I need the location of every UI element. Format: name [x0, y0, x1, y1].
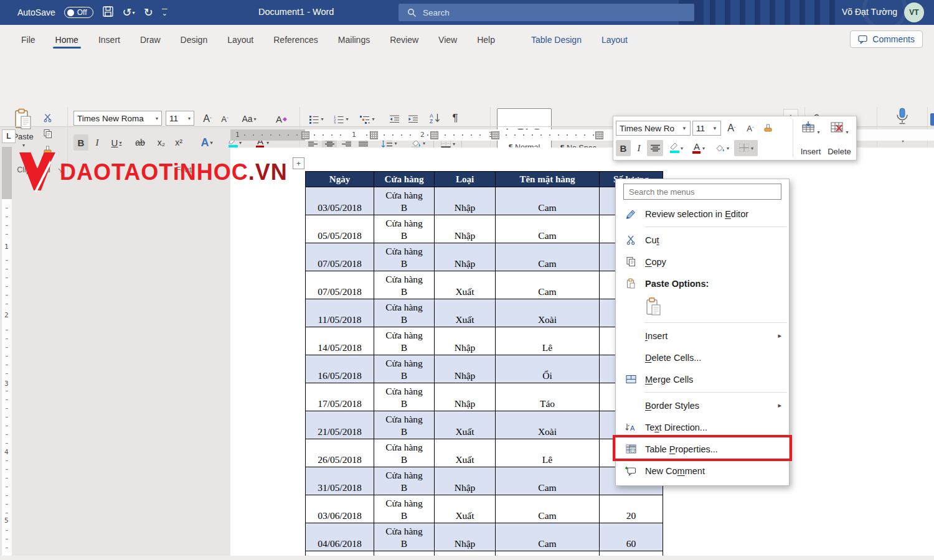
table-cell[interactable]: 14/05/2018: [306, 327, 374, 355]
column-header[interactable]: Cửa hàng: [374, 172, 435, 187]
table-cell[interactable]: 05/05/2018: [306, 215, 374, 243]
table-cell[interactable]: Nhập: [435, 467, 496, 495]
table-cell[interactable]: Nhập: [435, 355, 496, 383]
table-cell[interactable]: Xuất: [435, 411, 496, 439]
mini-bold-button[interactable]: B: [616, 140, 631, 156]
ruler-column-marker[interactable]: [301, 131, 309, 139]
table-cell[interactable]: 26/05/2018: [306, 439, 374, 467]
tab-review[interactable]: Review: [380, 29, 428, 51]
table-cell[interactable]: 20: [600, 495, 663, 523]
table-cell[interactable]: 03/06/2018: [306, 495, 374, 523]
tab-design[interactable]: Design: [171, 29, 218, 51]
table-cell[interactable]: 60: [600, 523, 663, 551]
undo-button[interactable]: ↺▾: [123, 7, 135, 18]
increase-indent-button[interactable]: [405, 112, 421, 126]
table-cell[interactable]: Cửa hàng B: [374, 411, 435, 439]
menu-item-review-selection[interactable]: Review selection in Editor: [616, 203, 789, 225]
table-cell[interactable]: Cam: [496, 215, 600, 243]
table-cell[interactable]: Lê: [496, 439, 600, 467]
column-header[interactable]: Ngày: [306, 172, 374, 187]
table-cell[interactable]: Cửa hàng B: [374, 327, 435, 355]
mini-grow-font-button[interactable]: Aˆ: [723, 120, 740, 136]
ruler-column-marker[interactable]: [595, 131, 603, 139]
tab-layout[interactable]: Layout: [217, 29, 263, 51]
table-cell[interactable]: 31/05/2018: [306, 467, 374, 495]
multilevel-list-button[interactable]: ▾: [355, 112, 380, 126]
mini-insert-button[interactable]: ▾ Insert: [796, 119, 825, 157]
mini-font-color-button[interactable]: A ▾: [688, 140, 709, 156]
tab-home[interactable]: Home: [45, 29, 88, 51]
menu-search-input[interactable]: [623, 184, 781, 200]
numbering-button[interactable]: 123 ▾: [330, 112, 352, 126]
mini-align-center-button[interactable]: [647, 140, 663, 156]
redo-button[interactable]: ↻: [144, 7, 153, 18]
table-cell[interactable]: 03/05/2018: [306, 187, 374, 215]
menu-item-insert[interactable]: Insert ▸: [616, 325, 789, 347]
table-cell[interactable]: Cửa hàng B: [374, 355, 435, 383]
table-cell[interactable]: 21/05/2018: [306, 411, 374, 439]
tab-draw[interactable]: Draw: [130, 29, 171, 51]
user-name[interactable]: Võ Đạt Tường: [842, 7, 897, 17]
table-cell[interactable]: 07/05/2018: [306, 271, 374, 299]
sort-button[interactable]: AZ: [426, 111, 443, 126]
cut-button[interactable]: [40, 111, 56, 124]
font-size-combo[interactable]: 11▾: [166, 111, 194, 126]
table-cell[interactable]: Cam: [496, 523, 600, 551]
table-move-handle[interactable]: +: [293, 157, 304, 169]
menu-item-merge-cells[interactable]: Merge Cells: [616, 368, 789, 390]
document-page[interactable]: NgàyCửa hàngLoạiTên mặt hàngSố lượng 03/…: [230, 147, 934, 560]
ruler-column-marker[interactable]: [491, 131, 499, 139]
shrink-font-button[interactable]: Aˇ: [217, 112, 233, 126]
table-cell[interactable]: 11/05/2018: [306, 299, 374, 327]
table-cell[interactable]: Cam: [496, 495, 600, 523]
table-cell[interactable]: Cửa hàng B: [374, 467, 435, 495]
mini-shrink-font-button[interactable]: Aˇ: [742, 120, 758, 136]
column-header[interactable]: Loại: [435, 172, 496, 187]
ruler-column-marker[interactable]: [370, 131, 378, 139]
search-bar[interactable]: [399, 4, 694, 21]
table-cell[interactable]: Táo: [496, 383, 600, 411]
mini-font-name-combo[interactable]: Times New Ro▼: [616, 121, 691, 136]
mini-borders-button[interactable]: ▾: [734, 140, 758, 156]
tab-file[interactable]: File: [11, 29, 45, 51]
grow-font-button[interactable]: Aˆ: [199, 112, 215, 126]
search-input[interactable]: [422, 7, 611, 18]
table-cell[interactable]: Cửa hàng B: [374, 271, 435, 299]
table-cell[interactable]: Xuất: [435, 271, 496, 299]
mini-highlight-button[interactable]: ▾: [665, 140, 686, 156]
table-cell[interactable]: 04/06/2018: [306, 523, 374, 551]
tab-insert[interactable]: Insert: [88, 29, 130, 51]
font-name-combo[interactable]: Times New Roma▾: [73, 111, 162, 126]
comments-button[interactable]: Comments: [850, 30, 923, 48]
mini-format-painter-button[interactable]: [760, 120, 776, 136]
autosave-toggle[interactable]: Off: [64, 7, 93, 18]
table-cell[interactable]: Cửa hàng B: [374, 383, 435, 411]
table-cell[interactable]: Cửa hàng B: [374, 243, 435, 271]
data-table[interactable]: NgàyCửa hàngLoạiTên mặt hàngSố lượng 03/…: [305, 171, 663, 560]
menu-item-cut[interactable]: Cut: [616, 229, 789, 251]
table-cell[interactable]: Nhập: [435, 215, 496, 243]
save-button[interactable]: [102, 6, 114, 19]
table-cell[interactable]: Cửa hàng B: [374, 299, 435, 327]
table-cell[interactable]: Cửa hàng B: [374, 495, 435, 523]
menu-item-copy[interactable]: Copy: [616, 251, 789, 273]
table-cell[interactable]: Lê: [496, 327, 600, 355]
table-cell[interactable]: Nhập: [435, 383, 496, 411]
table-cell[interactable]: Ổi: [496, 355, 600, 383]
tab-references[interactable]: References: [263, 29, 328, 51]
mini-font-size-combo[interactable]: 11▼: [692, 121, 721, 136]
table-cell[interactable]: Cửa hàng B: [374, 187, 435, 215]
menu-item-border-styles[interactable]: Border Styles ▸: [616, 394, 789, 416]
column-header[interactable]: Tên mặt hàng: [496, 172, 600, 187]
table-cell[interactable]: Cam: [496, 243, 600, 271]
table-cell[interactable]: Cam: [496, 187, 600, 215]
bullets-button[interactable]: ▾: [305, 112, 328, 126]
tab-mailings[interactable]: Mailings: [328, 29, 380, 51]
table-cell[interactable]: Xoài: [496, 411, 600, 439]
table-cell[interactable]: Nhập: [435, 327, 496, 355]
mini-delete-button[interactable]: ▾ Delete: [825, 119, 854, 157]
table-cell[interactable]: Xuất: [435, 495, 496, 523]
table-cell[interactable]: 16/05/2018: [306, 355, 374, 383]
show-paragraph-marks-button[interactable]: ¶: [447, 111, 463, 126]
table-cell[interactable]: Cửa hàng B: [374, 439, 435, 467]
